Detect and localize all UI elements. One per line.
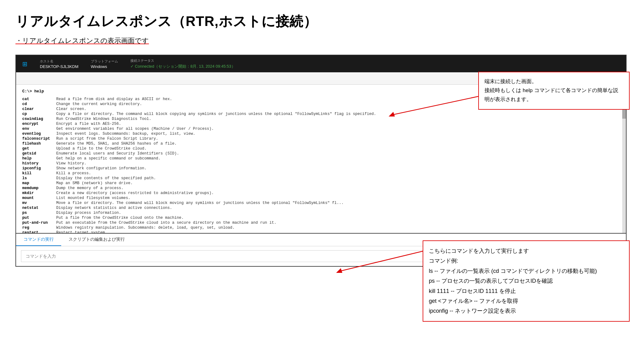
cmd-name: memdump	[22, 186, 56, 191]
cmd-name: map	[22, 181, 56, 186]
cmd-name: reg	[22, 225, 56, 230]
footer-input-area: コマンドの実行 🔒	[16, 246, 626, 266]
cmd-name: filehash	[22, 141, 56, 146]
cmd-name: cd	[22, 102, 56, 107]
table-row: cdChange the current working directory.	[22, 102, 620, 107]
cmd-name: env	[22, 126, 56, 131]
cmd-name: cp	[22, 112, 56, 116]
cmd-desc: Copy a file or directory. The command wi…	[56, 112, 620, 116]
table-row: filehashGenerate the MD5, SHA1, and SHA2…	[22, 141, 620, 146]
cmd-name: ipconfig	[22, 166, 56, 171]
cmd-desc: Restart target system.	[56, 230, 620, 233]
table-row: helpGet help on a specific command or su…	[22, 156, 620, 161]
host-info: ホスト名 DESKTOP-SJL3KDM	[40, 59, 78, 69]
table-row: put-and-runPut an executable from the Cr…	[22, 220, 620, 225]
cmd-desc: Encrypt a file with AES-256.	[56, 121, 620, 126]
command-table: catRead a file from disk and display as …	[22, 97, 620, 233]
cmd-desc: Move a file or directory. The command wi…	[56, 201, 620, 205]
table-row: cpCopy a file or directory. The command …	[22, 112, 620, 116]
cmd-desc: List mounted filesystem volumes.	[56, 196, 620, 201]
table-row: mvMove a file or directory. The command …	[22, 201, 620, 205]
cmd-name: kill	[22, 171, 56, 176]
cmd-desc: Display process information.	[56, 210, 620, 215]
table-row: ipconfigShow network configuration infor…	[22, 166, 620, 171]
table-row: netstatDisplay network statistics and ac…	[22, 205, 620, 210]
cmd-desc: Upload a file to the CrowdStrike cloud.	[56, 146, 620, 151]
status-info: 接続ステータス ✓ Connected（セッション開始：8月. 13, 2024…	[130, 58, 235, 69]
cmd-desc: Read a file from disk and display as ASC…	[56, 97, 620, 102]
table-row: putPut a file from the CrowdStrike cloud…	[22, 215, 620, 220]
cmd-desc: Dump the memory of a process.	[56, 186, 620, 191]
command-input[interactable]	[21, 250, 570, 262]
cmd-desc: Run a script from the Falcon Script Libr…	[56, 136, 620, 141]
table-row: catRead a file from disk and display as …	[22, 97, 620, 102]
table-row: encryptEncrypt a file with AES-256.	[22, 121, 620, 126]
platform-info: プラットフォーム Windows	[91, 59, 118, 69]
cmd-name: eventlog	[22, 131, 56, 136]
terminal-header: ⊞ ホスト名 DESKTOP-SJL3KDM プラットフォーム Windows …	[16, 55, 626, 72]
cmd-desc: Enumerate local users and Security Ident…	[56, 151, 620, 156]
table-row: mountList mounted filesystem volumes.	[22, 196, 620, 201]
table-row: envGet environment variables for all sco…	[22, 126, 620, 131]
table-row: cswindiagRun CrowdStrike Windows Diagnos…	[22, 116, 620, 121]
cmd-name: mv	[22, 201, 56, 205]
cmd-name: ls	[22, 176, 56, 181]
table-row: lsDisplay the contents of the specified …	[22, 176, 620, 181]
cmd-name: cswindiag	[22, 116, 56, 121]
cmd-name: clear	[22, 107, 56, 112]
terminal-panel: ⊞ ホスト名 DESKTOP-SJL3KDM プラットフォーム Windows …	[15, 55, 627, 267]
cmd-name: getsid	[22, 151, 56, 156]
svg-marker-3	[336, 268, 342, 273]
prompt-line: C:\> help	[22, 89, 620, 94]
table-row: historyView history.	[22, 161, 620, 166]
cmd-name: get	[22, 146, 56, 151]
cmd-name: help	[22, 156, 56, 161]
page-title: リアルタイムレスポンス（RTR,ホストに接続）	[15, 12, 627, 31]
cmd-name: mkdir	[22, 191, 56, 196]
cmd-desc: Create a new directory (access restricte…	[56, 191, 620, 196]
cmd-desc: Show network configuration information.	[56, 166, 620, 171]
scrollbar-thumb[interactable]	[622, 94, 626, 119]
cmd-desc: Inspect event logs. Subcommands: backup,…	[56, 131, 620, 136]
cmd-desc: Display network statistics and active co…	[56, 205, 620, 210]
host-value: DESKTOP-SJL3KDM	[40, 64, 78, 69]
cmd-name: restart	[22, 230, 56, 233]
cmd-name: put-and-run	[22, 220, 56, 225]
cmd-name: cat	[22, 97, 56, 102]
cmd-name: netstat	[22, 205, 56, 210]
cmd-desc: Display the contents of the specified pa…	[56, 176, 620, 181]
footer-tabs: コマンドの実行 スクリプトの編集および実行	[16, 234, 626, 246]
scrollbar[interactable]	[622, 85, 626, 233]
status-value: ✓ Connected（セッション開始：8月. 13, 2024 09:45:5…	[130, 64, 235, 69]
table-row: killKill a process.	[22, 171, 620, 176]
status-label: 接続ステータス	[130, 58, 235, 63]
platform-label: プラットフォーム	[91, 59, 118, 64]
page-subtitle: リアルタイムレスポンスの表示画面です	[15, 36, 627, 45]
table-row: eventlogInspect event logs. Subcommands:…	[22, 131, 620, 136]
platform-value: Windows	[91, 64, 118, 69]
windows-icon: ⊞	[22, 60, 27, 68]
scroll-bottom-button[interactable]: ↓ 最下部へ移動	[587, 74, 621, 83]
table-row: mapMap an SMB (network) share drive.	[22, 181, 620, 186]
table-row: getUpload a file to the CrowdStrike clou…	[22, 146, 620, 151]
cmd-desc: Put an executable from the CrowdStrike c…	[56, 220, 620, 225]
host-label: ホスト名	[40, 59, 78, 64]
table-row: memdumpDump the memory of a process.	[22, 186, 620, 191]
cmd-desc: Map an SMB (network) share drive.	[56, 181, 620, 186]
cmd-name: put	[22, 215, 56, 220]
cmd-desc: Get environment variables for all scopes…	[56, 126, 620, 131]
cmd-name: mount	[22, 196, 56, 201]
cmd-name: falconscript	[22, 136, 56, 141]
tab-command-execution[interactable]: コマンドの実行	[16, 234, 61, 246]
command-execute-button[interactable]: コマンドの実行 🔒	[574, 250, 621, 262]
cmd-desc: View history.	[56, 161, 620, 166]
cmd-desc: Get help on a specific command or subcom…	[56, 156, 620, 161]
tab-script-edit[interactable]: スクリプトの編集および実行	[61, 234, 132, 246]
terminal-toolbar: ↓ 最下部へ移動	[16, 72, 626, 85]
cmd-name: history	[22, 161, 56, 166]
table-row: restartRestart target system.	[22, 230, 620, 233]
cmd-desc: Clear screen.	[56, 107, 620, 112]
table-row: mkdirCreate a new directory (access rest…	[22, 191, 620, 196]
cmd-desc: Generate the MD5, SHA1, and SHA256 hashe…	[56, 141, 620, 146]
cmd-desc: Windows registry manipulation. Subcomman…	[56, 225, 620, 230]
